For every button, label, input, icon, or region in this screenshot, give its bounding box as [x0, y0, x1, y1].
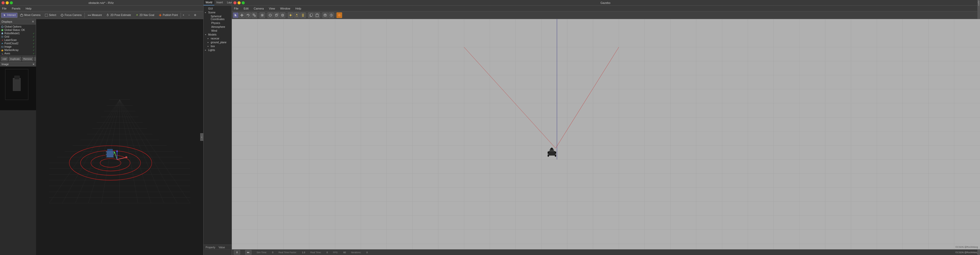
- gz-sphere-btn[interactable]: [267, 12, 273, 18]
- svg-rect-168: [549, 151, 555, 155]
- gazebo-menu-window[interactable]: Window: [279, 6, 291, 11]
- gz-scale-btn[interactable]: [251, 12, 257, 18]
- tree-box[interactable]: ▸ box: [204, 44, 232, 48]
- tree-racecar[interactable]: ▸ racecar: [204, 37, 232, 40]
- svg-point-99: [282, 16, 284, 16]
- gz-active-indicator[interactable]: [336, 12, 342, 18]
- measure-button[interactable]: Measure: [86, 13, 104, 18]
- gazebo-menu-camera[interactable]: Camera: [253, 6, 265, 11]
- svg-rect-22: [2, 32, 3, 33]
- rviz-menu-panels[interactable]: Panels: [11, 6, 22, 11]
- gz-cylinder-btn[interactable]: [280, 12, 285, 18]
- gz-copy-btn[interactable]: [308, 12, 314, 18]
- tree-models[interactable]: ▾ Models: [204, 33, 232, 37]
- tree-spherical-coordinates[interactable]: Spherical Coordinates: [204, 14, 232, 21]
- gazebo-min-btn[interactable]: [237, 1, 240, 5]
- remove-display-button[interactable]: Remove: [22, 57, 33, 61]
- gazebo-3d-view[interactable]: ©CSDN @RockWang: [232, 19, 980, 249]
- select-button[interactable]: Select: [43, 13, 58, 18]
- gz-box-btn[interactable]: [274, 12, 279, 18]
- zoom-plus-button[interactable]: +: [182, 13, 187, 17]
- gazebo-menu-help[interactable]: Help: [294, 6, 302, 11]
- display-image[interactable]: Image ✓: [0, 45, 36, 48]
- display-global-status[interactable]: Global Status: OK: [0, 28, 36, 32]
- tree-atmosphere[interactable]: Atmosphere: [204, 25, 232, 29]
- svg-rect-76: [113, 155, 115, 157]
- focus-camera-button[interactable]: Focus Camera: [59, 13, 83, 18]
- image-panel-close-icon[interactable]: ✕: [32, 63, 35, 66]
- svg-rect-2: [45, 14, 48, 16]
- gazebo-close-btn[interactable]: [234, 1, 237, 5]
- sim-pause-button[interactable]: ⏸: [234, 250, 240, 255]
- tree-physics[interactable]: Physics: [204, 21, 232, 25]
- tree-wind[interactable]: Wind: [204, 29, 232, 33]
- display-markerarray[interactable]: MarkerArray ✓: [0, 48, 36, 52]
- interact-button[interactable]: Interact: [1, 13, 18, 18]
- check-grid: ✓: [33, 35, 35, 38]
- fps-value: 60: [344, 251, 346, 254]
- rviz-max-btn[interactable]: [10, 1, 13, 5]
- tab-insert[interactable]: Insert: [214, 0, 225, 5]
- rviz-scroll-arrow[interactable]: ›: [200, 133, 203, 141]
- display-pointcloud2[interactable]: PointCloud2 ✓: [0, 42, 36, 45]
- svg-rect-31: [1, 46, 3, 48]
- tree-scene[interactable]: ▸ Scene: [204, 11, 232, 14]
- gazebo-menu-edit[interactable]: Edit: [243, 6, 250, 11]
- rviz-menu-file[interactable]: File: [1, 6, 8, 11]
- 2d-nav-button[interactable]: 2D Nav Goal: [134, 13, 156, 18]
- displays-close-icon[interactable]: ✕: [32, 20, 34, 24]
- gazebo-window-title: Gazebo: [245, 1, 966, 5]
- gz-scale-icon: [253, 13, 256, 17]
- tree-lights[interactable]: ▸ Lights: [204, 48, 232, 52]
- svg-point-94: [262, 15, 263, 16]
- gz-translate-btn[interactable]: [239, 12, 245, 18]
- gazebo-max-btn[interactable]: [242, 1, 245, 5]
- display-global-options[interactable]: Global Options: [0, 25, 36, 28]
- tab-world[interactable]: World: [204, 0, 214, 5]
- gz-spot-light-btn[interactable]: [294, 12, 300, 18]
- display-grid[interactable]: Grid ✓: [0, 35, 36, 38]
- gazebo-menu-view[interactable]: View: [268, 6, 276, 11]
- gz-select-icon: [234, 13, 237, 17]
- sim-step-button[interactable]: ⏭: [245, 250, 251, 255]
- gz-dir-light-btn[interactable]: [300, 12, 306, 18]
- rename-display-button[interactable]: Rename: [34, 57, 36, 61]
- expand-models-icon: ▾: [205, 33, 208, 36]
- display-robot-model[interactable]: RobotModel1 ✓: [0, 32, 36, 35]
- add-display-button[interactable]: Add: [1, 57, 8, 61]
- zoom-minus-button[interactable]: −: [188, 13, 193, 17]
- display-axes[interactable]: Axes ✓: [0, 52, 36, 55]
- rviz-menu-help[interactable]: Help: [24, 6, 32, 11]
- rviz-3d-view[interactable]: ›: [36, 19, 203, 255]
- gazebo-world-tree: GUI ▸ Scene Spherical Coordinates Physic…: [204, 6, 232, 245]
- check-image: ✓: [33, 46, 35, 48]
- tree-ground-plane[interactable]: ▸ ground_plane: [204, 40, 232, 44]
- gazebo-menu-file[interactable]: File: [233, 6, 240, 11]
- gz-select-btn[interactable]: [233, 12, 239, 18]
- gz-log-btn[interactable]: [328, 12, 334, 18]
- 2d-pose-button[interactable]: 2D Pose Estimate: [104, 13, 133, 18]
- publish-point-button[interactable]: Publish Point: [157, 13, 180, 18]
- tree-gui[interactable]: GUI: [204, 7, 232, 11]
- move-camera-button[interactable]: Move Camera: [18, 13, 42, 18]
- gz-sphere-icon: [269, 13, 272, 17]
- gazebo-property-panel: Property Value: [204, 245, 232, 255]
- svg-rect-174: [548, 154, 549, 156]
- gz-rotate-btn[interactable]: [245, 12, 251, 18]
- rviz-min-btn[interactable]: [6, 1, 9, 5]
- status-icon: [1, 29, 3, 32]
- gz-snap-btn[interactable]: [259, 12, 265, 18]
- gz-point-light-btn[interactable]: [288, 12, 293, 18]
- toolbar-sep-1: [84, 13, 85, 18]
- robot-icon: [1, 32, 3, 35]
- gz-screenshot-btn[interactable]: [322, 12, 328, 18]
- svg-rect-173: [555, 152, 556, 154]
- gz-log-icon: [329, 13, 333, 17]
- duplicate-display-button[interactable]: Duplicate: [9, 57, 21, 61]
- extra-button[interactable]: ⚙: [193, 13, 198, 17]
- gz-paste-icon: [315, 13, 319, 17]
- real-time-value: 0: [327, 251, 328, 254]
- rviz-close-btn[interactable]: [2, 1, 5, 5]
- display-laserscan[interactable]: LaserScan ✓: [0, 38, 36, 42]
- gz-paste-btn[interactable]: [314, 12, 320, 18]
